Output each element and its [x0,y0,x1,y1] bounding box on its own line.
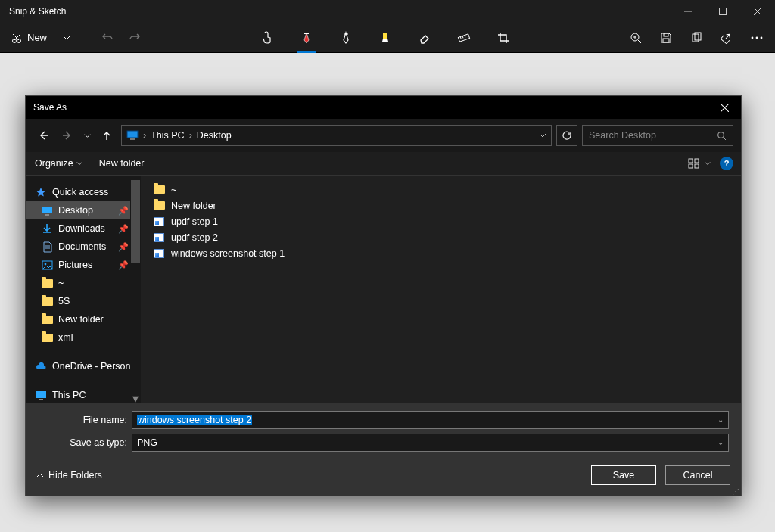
sidebar-item-5s[interactable]: 5S [26,292,141,310]
maximize-button[interactable] [705,0,740,23]
copy-icon[interactable] [684,26,708,50]
sidebar-scrollbar[interactable]: ▾ [130,176,141,403]
sidebar-item-label: Quick access [52,187,108,198]
file-item[interactable]: ~ [150,182,732,198]
save-as-dialog: Save As › This PC › Desktop Search Deskt… [25,95,742,496]
resize-grip[interactable]: ⋰ [732,490,739,494]
svg-rect-8 [383,33,388,39]
sidebar-item-new-folder[interactable]: New folder [26,310,141,328]
file-label: updf step 2 [171,232,218,243]
sidebar-item-label: Documents [58,241,106,252]
folder-icon [41,277,53,289]
chevron-down-icon[interactable]: ⌄ [717,415,724,424]
address-bar[interactable]: › This PC › Desktop [121,125,552,146]
dialog-footer: Hide Folders Save Cancel [26,459,741,496]
help-icon[interactable]: ? [720,157,733,170]
close-button[interactable] [740,0,775,23]
hide-folders-button[interactable]: Hide Folders [36,470,102,481]
file-label: updf step 1 [171,216,218,227]
sidebar-item-label: 5S [58,296,70,306]
new-folder-button[interactable]: New folder [98,155,146,172]
up-button[interactable] [97,126,117,145]
navigation-pane: Quick accessDesktop📌Downloads📌Documents📌… [26,176,141,403]
breadcrumb-this-pc[interactable]: This PC [151,130,184,141]
pc-icon [35,389,47,401]
organize-button[interactable]: Organize [33,155,84,172]
file-item[interactable]: New folder [150,198,732,213]
search-input[interactable]: Search Desktop [582,125,733,146]
sidebar-item-label: New folder [58,314,104,325]
svg-point-23 [761,36,763,39]
file-list[interactable]: ~New folderupdf step 1updf step 2windows… [141,176,741,403]
svg-point-39 [44,263,46,265]
sidebar-item-pictures[interactable]: Pictures📌 [26,256,141,274]
image-icon [153,216,165,228]
svg-rect-40 [36,391,46,398]
recent-dropdown[interactable] [82,126,92,145]
chevron-down-icon[interactable]: ⌄ [717,438,724,446]
titlebar: Snip & Sketch [0,0,775,23]
new-dropdown[interactable] [54,26,79,50]
file-item[interactable]: updf step 1 [150,213,732,229]
chevron-down-icon [76,160,82,166]
redo-button[interactable] [123,26,147,50]
ballpoint-pen-icon[interactable] [293,24,320,51]
file-item[interactable]: updf step 2 [150,229,732,245]
file-item[interactable]: windows screenshot step 1 [150,245,732,261]
sidebar-item-desktop[interactable]: Desktop📌 [26,201,141,219]
folder-icon [41,313,53,325]
back-button[interactable] [33,126,53,145]
file-label: ~ [171,185,176,195]
folder-icon [153,184,165,196]
crop-icon[interactable] [490,24,517,51]
svg-line-29 [724,138,726,140]
new-snip-button[interactable]: New [6,26,51,50]
sidebar-item--[interactable]: ~ [26,274,141,292]
pencil-icon[interactable] [332,24,359,51]
save-button[interactable]: Save [591,465,656,485]
breadcrumb-desktop[interactable]: Desktop [197,130,232,141]
filename-input[interactable]: windows screenshot step 2 ⌄ [132,411,729,429]
refresh-button[interactable] [556,125,577,146]
eraser-icon[interactable] [411,24,438,51]
forward-button[interactable] [58,126,77,145]
image-icon [153,232,165,244]
svg-rect-35 [45,214,49,216]
dialog-close-button[interactable] [708,96,741,119]
download-icon [41,222,53,235]
sidebar-item-label: ~ [58,278,64,288]
file-label: New folder [171,201,216,211]
savetype-select[interactable]: PNG ⌄ [132,434,729,452]
sidebar-item-downloads[interactable]: Downloads📌 [26,219,141,238]
search-placeholder: Search Desktop [589,130,656,141]
svg-rect-17 [664,33,668,36]
cancel-button[interactable]: Cancel [665,465,730,485]
sidebar-item-label: Downloads [58,223,105,234]
highlighter-icon[interactable] [372,24,399,51]
touch-write-icon[interactable] [254,24,281,51]
desktop-icon [41,204,53,216]
sidebar-item-xml[interactable]: xml [26,328,141,347]
chevron-right-icon: › [143,130,146,141]
sidebar-item-documents[interactable]: Documents📌 [26,238,141,256]
svg-point-4 [13,39,17,42]
sidebar-item-onedrive-person[interactable]: OneDrive - Person [26,357,141,375]
ruler-icon[interactable] [450,24,478,51]
sidebar-item-label: xml [58,332,73,343]
cloud-icon [35,360,47,372]
zoom-icon[interactable] [624,26,648,50]
savetype-value: PNG [137,437,157,448]
sidebar-item-this-pc[interactable]: This PC [26,386,141,403]
undo-button[interactable] [95,26,120,50]
minimize-button[interactable] [671,0,705,23]
save-icon[interactable] [654,26,678,50]
scrollbar-down-icon[interactable]: ▾ [131,393,140,403]
share-icon[interactable] [714,26,739,50]
svg-rect-26 [127,131,138,138]
sidebar-item-label: Desktop [58,205,93,216]
scrollbar-thumb[interactable] [131,180,140,263]
sidebar-item-quick-access[interactable]: Quick access [26,183,141,201]
view-options-button[interactable] [688,158,711,169]
more-icon[interactable] [745,26,769,50]
addr-dropdown-icon[interactable] [539,132,546,139]
